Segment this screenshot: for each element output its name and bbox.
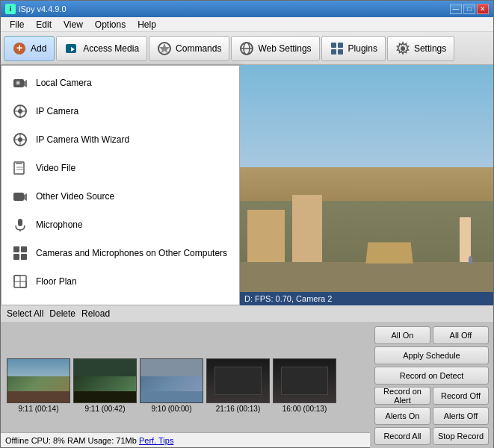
app-icon: i — [5, 4, 16, 14]
thumbnail-item-5[interactable]: 16:00 (00:13) — [273, 358, 336, 413]
web-settings-icon — [239, 41, 254, 56]
menu-bar: File Edit View Options Help — [1, 17, 493, 32]
svg-rect-39 — [14, 276, 20, 281]
preview-image: FPS: 0.70 8/20/2013 11:58 AM — [240, 65, 493, 292]
access-media-icon — [64, 41, 79, 56]
local-camera-icon — [12, 75, 28, 91]
minimize-button[interactable]: — — [450, 4, 462, 14]
commands-label: Commands — [176, 43, 221, 54]
thumbnail-label-3: 9:10 (00:00) — [152, 405, 192, 413]
toolbar-commands-button[interactable]: Commands — [149, 36, 229, 61]
svg-rect-10 — [338, 43, 343, 48]
reload-button[interactable]: Reload — [81, 308, 110, 319]
commands-icon — [157, 41, 172, 56]
cameras-microphones-label: Cameras and Microphones on Other Compute… — [36, 248, 227, 258]
svg-rect-35 — [21, 246, 27, 252]
record-all-row: Record All Stop Record — [374, 427, 489, 445]
stop-record-button[interactable]: Stop Record — [433, 427, 489, 445]
dropdown-ip-camera[interactable]: IP Camera — [1, 97, 239, 125]
svg-marker-15 — [24, 80, 27, 87]
svg-rect-27 — [16, 161, 22, 164]
svg-marker-5 — [159, 43, 170, 54]
plugins-icon — [330, 41, 345, 56]
main-content: Local Camera IP Camera — [1, 65, 493, 432]
toolbar-access-media-button[interactable]: Access Media — [56, 36, 147, 61]
main-window: i iSpy v4.4.9.0 — □ ✕ File Edit View Opt… — [0, 0, 494, 448]
menu-options[interactable]: Options — [89, 18, 132, 31]
title-bar-left: i iSpy v4.4.9.0 — [5, 4, 67, 14]
ip-camera-label: IP Camera — [36, 106, 78, 116]
toolbar-add-button[interactable]: + Add — [4, 36, 55, 61]
record-all-button[interactable]: Record All — [374, 427, 430, 445]
microphone-icon — [12, 217, 28, 233]
menu-edit[interactable]: Edit — [30, 18, 58, 31]
thumbnail-label-2: 9:11 (00:42) — [85, 405, 126, 413]
microphone-label: Microphone — [36, 220, 83, 230]
all-on-button[interactable]: All On — [374, 326, 430, 344]
all-on-off-row: All On All Off — [374, 326, 489, 344]
delete-button[interactable]: Delete — [49, 308, 75, 319]
select-all-button[interactable]: Select All — [7, 308, 43, 319]
record-off-button[interactable]: Record Off — [433, 387, 489, 405]
alerts-on-button[interactable]: Alerts On — [374, 407, 430, 425]
add-label: Add — [31, 43, 46, 54]
other-video-label: Other Video Source — [36, 191, 114, 202]
all-off-button[interactable]: All Off — [433, 326, 489, 344]
thumbnail-image-2 — [73, 358, 137, 403]
dropdown-local-camera[interactable]: Local Camera — [1, 69, 239, 97]
preview-label: D: FPS: 0.70, Camera 2 — [240, 292, 493, 305]
menu-file[interactable]: File — [4, 18, 30, 31]
thumbnail-image-4 — [206, 358, 270, 403]
record-on-alert-button[interactable]: Record on Alert — [374, 387, 430, 405]
alerts-off-button[interactable]: Alerts Off — [433, 407, 489, 425]
thumbnail-image-1 — [7, 358, 70, 403]
svg-rect-37 — [21, 254, 27, 260]
thumbnail-item-2[interactable]: 9:11 (00:42) — [73, 358, 137, 413]
dropdown-cameras-microphones[interactable]: Cameras and Microphones on Other Compute… — [1, 239, 239, 267]
dropdown-video-file[interactable]: Video File — [1, 154, 239, 182]
dropdown-ip-camera-wizard[interactable]: IP Camera With Wizard — [1, 125, 239, 154]
local-camera-label: Local Camera — [36, 78, 92, 88]
ip-camera-wizard-icon — [12, 131, 28, 148]
thumbnails-row: 9:11 (00:14) 9:11 (00:42) — [1, 322, 370, 448]
dropdown-floor-plan[interactable]: Floor Plan — [1, 267, 239, 296]
svg-point-17 — [17, 82, 19, 84]
toolbar-settings-button[interactable]: Settings — [387, 36, 454, 61]
window-controls: — □ ✕ — [450, 4, 489, 14]
svg-rect-32 — [18, 219, 22, 226]
ip-camera-wizard-label: IP Camera With Wizard — [36, 134, 129, 145]
close-button[interactable]: ✕ — [477, 4, 489, 14]
toolbar-plugins-button[interactable]: Plugins — [321, 36, 386, 61]
svg-rect-12 — [338, 49, 343, 55]
apply-schedule-row: Apply Schedule — [374, 346, 489, 364]
dropdown-other-video[interactable]: Other Video Source — [1, 182, 239, 211]
menu-view[interactable]: View — [58, 18, 89, 31]
thumbnail-item-3[interactable]: 9:10 (00:00) — [140, 358, 203, 413]
thumbnails-toolbar: Select All Delete Reload — [1, 305, 493, 322]
record-on-detect-row: Record on Detect — [374, 367, 489, 385]
menu-help[interactable]: Help — [132, 18, 162, 31]
access-media-label: Access Media — [83, 43, 139, 54]
cameras-microphones-icon — [12, 245, 28, 261]
dropdown-microphone[interactable]: Microphone — [1, 211, 239, 239]
plugins-label: Plugins — [348, 43, 377, 54]
svg-marker-31 — [24, 193, 27, 201]
thumbnail-item-1[interactable]: 9:11 (00:14) — [7, 358, 70, 413]
thumbnail-item-4[interactable]: 21:16 (00:13) — [206, 358, 270, 413]
window-title: iSpy v4.4.9.0 — [19, 4, 67, 13]
thumbnail-label-5: 16:00 (00:13) — [282, 405, 327, 413]
toolbar-web-settings-button[interactable]: Web Settings — [231, 36, 319, 61]
record-on-detect-button[interactable]: Record on Detect — [374, 367, 489, 385]
apply-schedule-button[interactable]: Apply Schedule — [374, 346, 489, 364]
svg-rect-36 — [13, 254, 19, 260]
svg-point-13 — [401, 46, 405, 51]
video-file-label: Video File — [36, 163, 75, 173]
floor-plan-label: Floor Plan — [36, 276, 77, 287]
settings-icon — [395, 41, 410, 56]
svg-rect-34 — [13, 246, 19, 252]
add-dropdown-menu: Local Camera IP Camera — [1, 65, 240, 305]
maximize-button[interactable]: □ — [463, 4, 475, 14]
web-settings-label: Web Settings — [258, 43, 311, 54]
floor-plan-icon — [12, 273, 28, 290]
title-bar: i iSpy v4.4.9.0 — □ ✕ — [1, 1, 493, 17]
